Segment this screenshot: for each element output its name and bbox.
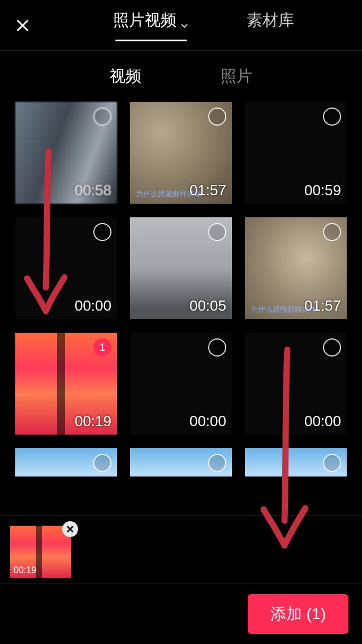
chevron-down-icon (180, 16, 189, 25)
tab-label: 照片视频 (113, 10, 176, 31)
select-circle[interactable] (93, 223, 111, 241)
close-button[interactable] (0, 18, 45, 33)
close-icon (66, 525, 74, 533)
subtab-photo[interactable]: 照片 (221, 66, 252, 87)
duration-label: 00:00 (189, 413, 226, 430)
select-circle[interactable] (323, 223, 341, 241)
duration-label: 00:19 (75, 413, 111, 430)
duration-label: 00:58 (75, 182, 111, 199)
duration-label: 00:00 (304, 413, 341, 430)
media-thumb[interactable]: 00:05 (130, 217, 232, 319)
tray-item[interactable]: 00:19 (10, 521, 78, 578)
tab-photos-videos[interactable]: 照片视频 (110, 10, 192, 41)
media-thumb[interactable]: 00:00 (15, 217, 117, 319)
select-circle[interactable] (208, 223, 226, 241)
media-thumb[interactable]: 为什么就能那样简单 01:57 (130, 102, 232, 204)
selection-tray: 00:19 (0, 515, 362, 583)
close-icon (15, 18, 31, 33)
footer: 添加 (1) (0, 583, 362, 644)
subtabs: 视频 照片 (0, 51, 362, 102)
select-circle-selected[interactable]: 1 (93, 338, 111, 357)
media-thumb[interactable]: 00:58 (15, 102, 117, 204)
select-circle[interactable] (208, 454, 226, 472)
select-circle[interactable] (208, 108, 226, 126)
select-circle[interactable] (93, 454, 111, 472)
subtab-video[interactable]: 视频 (110, 66, 141, 87)
tab-material-library[interactable]: 素材库 (243, 10, 298, 41)
header-tabs: 照片视频 素材库 (45, 10, 362, 41)
tray-duration: 00:19 (14, 565, 36, 576)
add-button[interactable]: 添加 (1) (248, 594, 348, 634)
select-circle[interactable] (93, 108, 111, 126)
select-circle[interactable] (323, 454, 341, 472)
media-thumb[interactable] (15, 448, 117, 476)
duration-label: 00:05 (189, 297, 226, 315)
media-thumb[interactable]: 00:00 (130, 333, 232, 435)
duration-label: 01:57 (189, 182, 226, 199)
tab-label: 素材库 (247, 10, 294, 31)
select-circle[interactable] (208, 338, 226, 357)
media-thumb[interactable] (130, 448, 232, 476)
remove-button[interactable] (62, 521, 78, 537)
duration-label: 00:00 (75, 297, 111, 315)
media-grid: 00:58 为什么就能那样简单 01:57 00:59 00:00 00:05 … (0, 102, 362, 476)
duration-label: 00:59 (304, 182, 341, 199)
media-thumb[interactable] (245, 448, 347, 476)
select-circle[interactable] (323, 338, 341, 357)
select-circle[interactable] (323, 108, 341, 126)
media-thumb[interactable]: 1 00:19 (15, 333, 117, 435)
duration-label: 01:57 (304, 297, 341, 315)
media-thumb[interactable]: 为什么就能那样简单 01:57 (245, 217, 347, 319)
header: 照片视频 素材库 (0, 0, 362, 51)
media-thumb[interactable]: 00:00 (245, 333, 347, 435)
media-thumb[interactable]: 00:59 (245, 102, 347, 204)
